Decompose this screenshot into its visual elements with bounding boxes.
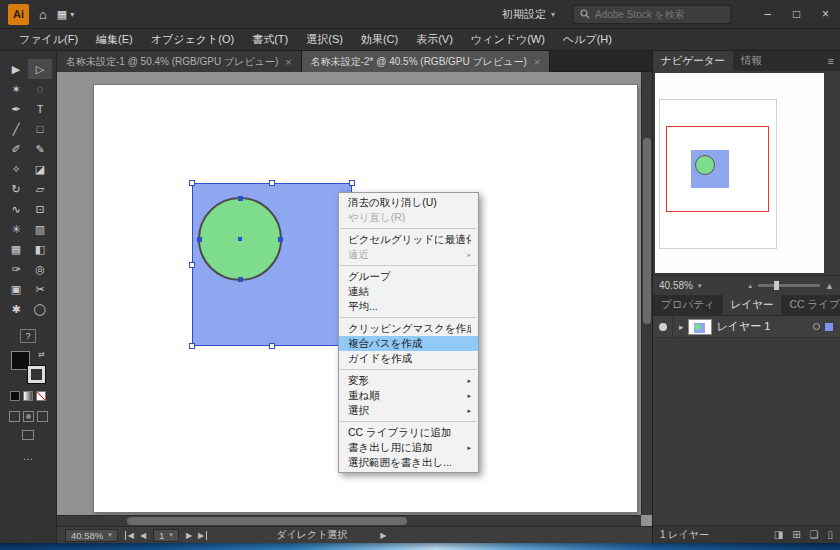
status-expand-icon[interactable]: ▶	[380, 531, 386, 540]
ctx-pixel-grid[interactable]: ピクセルグリッドに最適化	[339, 232, 478, 247]
gradient-tool[interactable]: ◧	[28, 239, 52, 259]
menu-select[interactable]: 選択(S)	[297, 32, 352, 47]
close-icon[interactable]: ×	[534, 56, 540, 68]
menu-edit[interactable]: 編集(E)	[87, 32, 142, 47]
ctx-add-to-export[interactable]: 書き出し用に追加▸	[339, 440, 478, 455]
rectangle-tool[interactable]: □	[28, 119, 52, 139]
horizontal-scrollbar[interactable]	[57, 515, 641, 526]
selected-blue-square[interactable]	[192, 183, 352, 346]
new-layer-icon[interactable]: ❏	[810, 529, 819, 540]
previous-artboard-button[interactable]: ◀	[140, 531, 146, 540]
lasso-tool[interactable]: ◌	[28, 79, 52, 99]
type-tool[interactable]: T	[28, 99, 52, 119]
paintbrush-tool[interactable]: ✐	[4, 139, 28, 159]
help-icon[interactable]: ?	[20, 329, 36, 343]
ctx-average[interactable]: 平均...	[339, 299, 478, 314]
anchor-point[interactable]	[278, 237, 283, 242]
navigator-view-rectangle[interactable]	[666, 126, 769, 212]
ctx-join[interactable]: 連結	[339, 284, 478, 299]
ctx-make-clipping-mask[interactable]: クリッピングマスクを作成	[339, 321, 478, 336]
anchor-point[interactable]	[238, 196, 243, 201]
draw-inside-icon[interactable]	[37, 411, 48, 422]
chevron-down-icon[interactable]: ▾	[698, 282, 702, 290]
menu-object[interactable]: オブジェクト(O)	[142, 32, 243, 47]
selection-handle[interactable]	[189, 343, 195, 349]
tab-info[interactable]: 情報	[733, 51, 770, 71]
menu-view[interactable]: 表示(V)	[407, 32, 462, 47]
ctx-add-to-cc-library[interactable]: CC ライブラリに追加	[339, 425, 478, 440]
workspace-switcher[interactable]: 初期設定 ▾	[502, 7, 555, 22]
direct-selection-tool[interactable]: ▷	[28, 59, 52, 79]
tab-layers[interactable]: レイヤー	[723, 295, 782, 315]
selection-handle[interactable]	[269, 343, 275, 349]
pen-tool[interactable]: ✒	[4, 99, 28, 119]
visibility-cell[interactable]	[653, 316, 673, 337]
scrollbar-thumb[interactable]	[127, 517, 407, 525]
canvas[interactable]: 消去の取り消し(U) やり直し(R) ピクセルグリッドに最適化 遠近▸ グループ…	[57, 72, 652, 526]
delete-layer-icon[interactable]: ▯	[827, 529, 833, 540]
menu-file[interactable]: ファイル(F)	[10, 32, 87, 47]
ctx-export-selection[interactable]: 選択範囲を書き出し...	[339, 455, 478, 470]
blend-tool[interactable]: ◎	[28, 259, 52, 279]
symbol-sprayer-tool[interactable]: ✳	[4, 219, 28, 239]
scrollbar-thumb[interactable]	[643, 138, 651, 324]
eraser-tool[interactable]: ◪	[28, 159, 52, 179]
document-tab-2[interactable]: 名称未設定-2* @ 40.5% (RGB/GPU プレビュー) ×	[302, 51, 551, 72]
zoom-level-dropdown[interactable]: 40.58% ▾	[65, 529, 118, 542]
ctx-transform[interactable]: 変形▸	[339, 373, 478, 388]
close-icon[interactable]: ×	[285, 56, 291, 68]
maximize-button[interactable]: □	[782, 0, 811, 29]
last-artboard-button[interactable]: ▶	[198, 531, 207, 540]
tab-cc-libraries[interactable]: CC ライブラリ	[781, 295, 840, 315]
zoom-slider[interactable]	[758, 284, 820, 287]
panel-menu-icon[interactable]: ≡	[822, 51, 840, 71]
hand-tool[interactable]: ✱	[4, 299, 28, 319]
stroke-swatch[interactable]	[28, 366, 45, 383]
screen-mode-icon[interactable]	[22, 430, 34, 440]
menu-type[interactable]: 書式(T)	[243, 32, 297, 47]
search-input[interactable]	[595, 9, 719, 20]
scale-tool[interactable]: ▱	[28, 179, 52, 199]
none-button[interactable]	[36, 391, 46, 401]
anchor-point[interactable]	[197, 237, 202, 242]
new-sublayer-icon[interactable]: ⊞	[792, 529, 800, 540]
ctx-undo-clear[interactable]: 消去の取り消し(U)	[339, 195, 478, 210]
magic-wand-tool[interactable]: ✶	[4, 79, 28, 99]
zoom-in-icon[interactable]: ▲	[825, 281, 834, 291]
layer-target-icon[interactable]	[813, 323, 820, 330]
close-button[interactable]: ×	[811, 0, 840, 29]
zoom-tool[interactable]: ◯	[28, 299, 52, 319]
line-segment-tool[interactable]: ╱	[4, 119, 28, 139]
navigator-preview[interactable]	[655, 73, 824, 273]
rotate-tool[interactable]: ↻	[4, 179, 28, 199]
arrange-documents-button[interactable]: ▦ ▾	[57, 9, 74, 20]
expand-layer-icon[interactable]: ▸	[679, 322, 684, 332]
ctx-group[interactable]: グループ	[339, 269, 478, 284]
menu-effect[interactable]: 効果(C)	[352, 32, 407, 47]
selection-handle[interactable]	[189, 262, 195, 268]
slice-tool[interactable]: ✂	[28, 279, 52, 299]
home-icon[interactable]: ⌂	[39, 8, 47, 21]
ctx-make-guides[interactable]: ガイドを作成	[339, 351, 478, 366]
menu-window[interactable]: ウィンドウ(W)	[462, 32, 554, 47]
artboard-tool[interactable]: ▣	[4, 279, 28, 299]
gradient-button[interactable]	[23, 391, 33, 401]
selection-tool[interactable]: ▶	[4, 59, 28, 79]
ctx-make-compound-path[interactable]: 複合パスを作成	[339, 336, 478, 351]
mesh-tool[interactable]: ▦	[4, 239, 28, 259]
first-artboard-button[interactable]: ◀	[125, 531, 134, 540]
vertical-scrollbar[interactable]	[641, 72, 652, 515]
make-mask-icon[interactable]: ◨	[774, 529, 783, 540]
document-tab-1[interactable]: 名称未設定-1 @ 50.4% (RGB/GPU プレビュー) ×	[57, 51, 302, 72]
zoom-out-icon[interactable]: ▲	[747, 283, 753, 289]
layer-row[interactable]: ▸ レイヤー 1	[653, 316, 840, 338]
tab-properties[interactable]: プロパティ	[653, 295, 723, 315]
free-transform-tool[interactable]: ⊡	[28, 199, 52, 219]
selection-handle[interactable]	[349, 180, 355, 186]
more-tools-icon[interactable]: …	[23, 450, 34, 462]
green-circle[interactable]	[198, 197, 282, 281]
zoom-slider-thumb[interactable]	[774, 281, 779, 290]
swap-fill-stroke-icon[interactable]: ⇄	[38, 351, 45, 359]
ctx-arrange[interactable]: 重ね順▸	[339, 388, 478, 403]
tab-navigator[interactable]: ナビゲーター	[653, 51, 733, 71]
